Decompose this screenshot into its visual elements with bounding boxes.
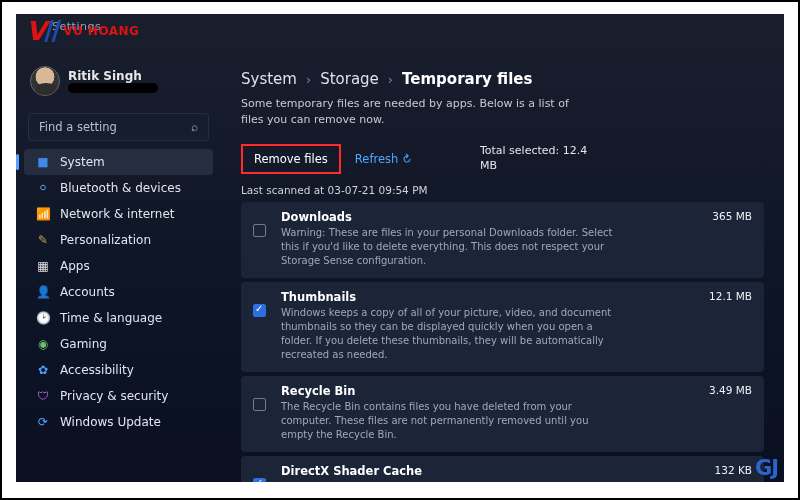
- file-category-desc: The Recycle Bin contains files you have …: [281, 400, 621, 442]
- breadcrumb-l3: Temporary files: [402, 70, 532, 88]
- total-selected-label: Total selected: 12.4 MB: [480, 144, 600, 174]
- file-category-size: 132 KB: [715, 464, 752, 482]
- sidebar-item-label: Accounts: [60, 285, 115, 299]
- remove-files-button[interactable]: Remove files: [241, 144, 341, 174]
- windows-update-icon: ⟳: [36, 415, 50, 429]
- sidebar-item-accessibility[interactable]: ✿Accessibility: [16, 357, 221, 383]
- sidebar-item-privacy-security[interactable]: 🛡Privacy & security: [16, 383, 221, 409]
- file-category-title: DirectX Shader Cache: [281, 464, 705, 478]
- file-category-title: Recycle Bin: [281, 384, 699, 398]
- checkbox[interactable]: [253, 224, 266, 237]
- file-category-row[interactable]: DownloadsWarning: These are files in you…: [241, 202, 764, 278]
- profile-name: Ritik Singh: [68, 69, 158, 83]
- checkbox[interactable]: [253, 304, 266, 317]
- profile-email-redacted: [68, 83, 158, 93]
- sidebar-item-system[interactable]: ■System: [24, 149, 213, 175]
- breadcrumb-l1[interactable]: System: [241, 70, 297, 88]
- file-category-row[interactable]: Recycle BinThe Recycle Bin contains file…: [241, 376, 764, 452]
- sidebar-item-network-internet[interactable]: 📶Network & internet: [16, 201, 221, 227]
- file-category-size: 365 MB: [712, 210, 752, 268]
- sidebar-item-windows-update[interactable]: ⟳Windows Update: [16, 409, 221, 435]
- breadcrumb-l2[interactable]: Storage: [320, 70, 379, 88]
- privacy-security-icon: 🛡: [36, 389, 50, 403]
- file-category-row[interactable]: ThumbnailsWindows keeps a copy of all of…: [241, 282, 764, 372]
- watermark-icon: GJ: [755, 456, 778, 480]
- logo-mark: V//: [26, 16, 59, 46]
- avatar: [30, 66, 60, 96]
- file-category-desc: Clean up files created by the graphics s…: [281, 480, 621, 482]
- sidebar-item-personalization[interactable]: ✎Personalization: [16, 227, 221, 253]
- page-description: Some temporary files are needed by apps.…: [241, 96, 591, 128]
- search-input[interactable]: Find a setting ⌕: [28, 113, 209, 141]
- gaming-icon: ◉: [36, 337, 50, 351]
- sidebar-item-label: Windows Update: [60, 415, 161, 429]
- sidebar-item-bluetooth-devices[interactable]: ⚪Bluetooth & devices: [16, 175, 221, 201]
- refresh-icon: ↻: [399, 150, 415, 167]
- page-frame: V// VU HOANG Settings Ritik Singh Find a…: [0, 0, 800, 500]
- logo-text: VU HOANG: [63, 24, 139, 38]
- sidebar-item-label: Gaming: [60, 337, 107, 351]
- sidebar-item-label: Network & internet: [60, 207, 175, 221]
- system-icon: ■: [36, 155, 50, 169]
- file-category-size: 12.1 MB: [709, 290, 752, 362]
- chevron-right-icon: ›: [306, 72, 311, 87]
- nav-list: ■System⚪Bluetooth & devices📶Network & in…: [16, 149, 221, 435]
- bluetooth-devices-icon: ⚪: [36, 181, 50, 195]
- personalization-icon: ✎: [36, 233, 50, 247]
- sidebar-item-time-language[interactable]: 🕑Time & language: [16, 305, 221, 331]
- sidebar-item-label: Privacy & security: [60, 389, 168, 403]
- accounts-icon: 👤: [36, 285, 50, 299]
- settings-app-window: Settings Ritik Singh Find a setting ⌕ ■S…: [16, 14, 784, 482]
- sidebar-item-accounts[interactable]: 👤Accounts: [16, 279, 221, 305]
- sidebar-item-label: Personalization: [60, 233, 151, 247]
- time-language-icon: 🕑: [36, 311, 50, 325]
- refresh-button[interactable]: Refresh ↻: [355, 152, 412, 166]
- profile-block[interactable]: Ritik Singh: [16, 66, 221, 99]
- sidebar-item-label: Accessibility: [60, 363, 134, 377]
- refresh-label: Refresh: [355, 152, 398, 166]
- checkbox[interactable]: [253, 398, 266, 411]
- sidebar-item-gaming[interactable]: ◉Gaming: [16, 331, 221, 357]
- file-category-title: Thumbnails: [281, 290, 699, 304]
- file-category-desc: Warning: These are files in your persona…: [281, 226, 621, 268]
- accessibility-icon: ✿: [36, 363, 50, 377]
- sidebar-item-apps[interactable]: ▦Apps: [16, 253, 221, 279]
- main-content: System › Storage › Temporary files Some …: [221, 14, 784, 482]
- sidebar: Ritik Singh Find a setting ⌕ ■System⚪Blu…: [16, 14, 221, 482]
- file-category-title: Downloads: [281, 210, 702, 224]
- network-internet-icon: 📶: [36, 207, 50, 221]
- file-category-size: 3.49 MB: [709, 384, 752, 442]
- publisher-logo: V// VU HOANG: [26, 16, 139, 46]
- file-category-desc: Windows keeps a copy of all of your pict…: [281, 306, 621, 362]
- actions-bar: Remove files Refresh ↻ Total selected: 1…: [241, 144, 764, 174]
- file-category-row[interactable]: DirectX Shader CacheClean up files creat…: [241, 456, 764, 482]
- checkbox[interactable]: [253, 478, 266, 482]
- sidebar-item-label: Time & language: [60, 311, 162, 325]
- sidebar-item-label: Bluetooth & devices: [60, 181, 181, 195]
- search-placeholder: Find a setting: [39, 120, 117, 134]
- file-category-list: DownloadsWarning: These are files in you…: [241, 202, 764, 482]
- chevron-right-icon: ›: [388, 72, 393, 87]
- sidebar-item-label: System: [60, 155, 105, 169]
- apps-icon: ▦: [36, 259, 50, 273]
- last-scanned-label: Last scanned at 03-07-21 09:54 PM: [241, 184, 764, 196]
- sidebar-item-label: Apps: [60, 259, 90, 273]
- search-icon: ⌕: [191, 120, 198, 134]
- breadcrumb: System › Storage › Temporary files: [241, 70, 764, 88]
